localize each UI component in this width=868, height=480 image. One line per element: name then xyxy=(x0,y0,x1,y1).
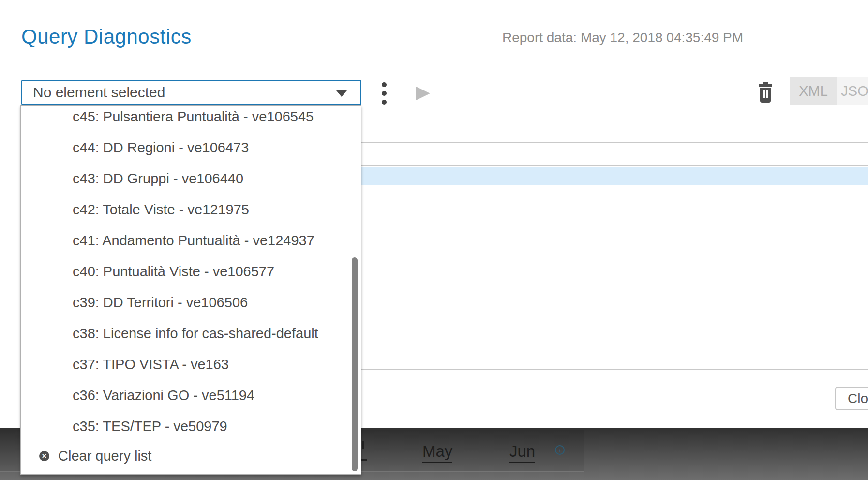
list-item[interactable]: c35: TES/TEP - ve50979 xyxy=(21,411,361,442)
list-item[interactable]: c44: DD Regioni - ve106473 xyxy=(21,132,361,163)
xml-toggle-button[interactable]: XML xyxy=(790,77,837,105)
json-toggle-button[interactable]: JSON xyxy=(837,77,868,105)
list-item[interactable]: c36: Variazioni GO - ve51194 xyxy=(21,380,361,411)
info-icon[interactable]: i xyxy=(555,445,565,455)
kebab-dot xyxy=(382,91,387,96)
kebab-dot xyxy=(382,100,387,105)
clear-circle-x-icon: ✕ xyxy=(39,451,49,461)
month-tab-jun[interactable]: Jun xyxy=(509,442,535,463)
list-item[interactable]: c38: License info for cas-shared-default xyxy=(21,318,361,349)
partial-month-label xyxy=(362,441,364,449)
output-format-toggle: XML JSON xyxy=(790,77,868,105)
kebab-dot xyxy=(382,82,387,87)
query-dropdown-panel: c45: Pulsantiera Puntualità - ve106545c4… xyxy=(20,105,361,475)
combobox-value: No element selected xyxy=(22,84,165,101)
more-options-button[interactable] xyxy=(380,82,388,105)
element-combobox[interactable]: No element selected xyxy=(21,80,361,105)
clear-query-list-label: Clear query list xyxy=(58,448,151,464)
page-title: Query Diagnostics xyxy=(21,25,192,48)
list-item[interactable]: c41: Andamento Puntualità - ve124937 xyxy=(21,225,361,256)
list-item[interactable]: c42: Totale Viste - ve121975 xyxy=(21,194,361,225)
list-item[interactable]: c37: TIPO VISTA - ve163 xyxy=(21,349,361,380)
delete-log-button[interactable] xyxy=(758,82,773,103)
trash-icon xyxy=(758,82,773,103)
list-item[interactable]: c39: DD Territori - ve106506 xyxy=(21,287,361,318)
list-item[interactable]: c45: Pulsantiera Puntualità - ve106545 xyxy=(21,105,361,132)
dropdown-scrollbar[interactable] xyxy=(352,257,358,471)
partial-month-underline xyxy=(361,459,367,461)
run-query-button[interactable] xyxy=(416,87,430,100)
list-item[interactable]: c43: DD Gruppi - ve106440 xyxy=(21,163,361,194)
list-item[interactable]: c40: Puntualità Viste - ve106577 xyxy=(21,256,361,287)
query-diagnostics-page: { "header": { "title": "Query Diagnostic… xyxy=(0,0,868,480)
close-button[interactable]: Close xyxy=(835,387,868,410)
chevron-down-icon[interactable] xyxy=(336,90,347,97)
query-list: c45: Pulsantiera Puntualità - ve106545c4… xyxy=(21,105,361,442)
clear-query-list-button[interactable]: ✕ Clear query list xyxy=(21,440,361,471)
month-tab-may[interactable]: May xyxy=(422,442,452,463)
report-data-timestamp: Report data: May 12, 2018 04:35:49 PM xyxy=(502,30,743,45)
